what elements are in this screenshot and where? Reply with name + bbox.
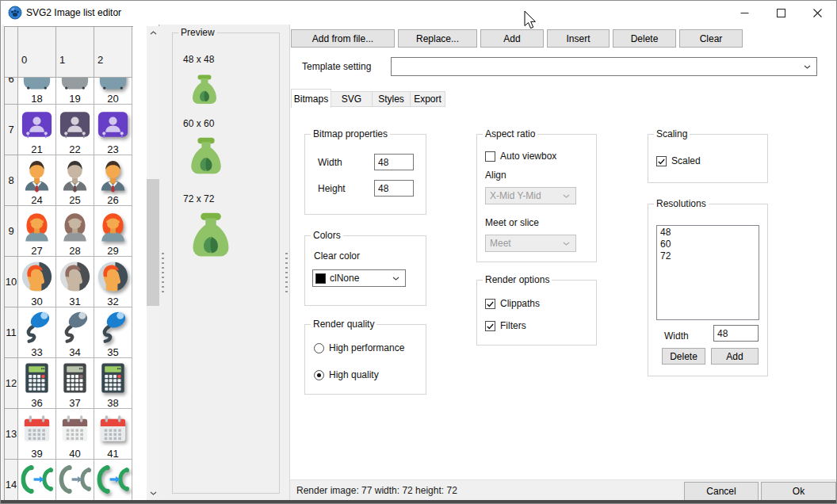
profile-head-icon: [94, 258, 132, 296]
image-cell[interactable]: 38: [94, 358, 132, 409]
image-index-label: 25: [56, 194, 94, 206]
image-cell[interactable]: 28: [56, 206, 94, 257]
image-cell[interactable]: 29: [94, 206, 132, 257]
flask-icon: [182, 208, 239, 265]
image-cell[interactable]: 34: [56, 307, 94, 358]
preview-size-label: 48 x 48: [183, 54, 214, 65]
meet-or-slice-combo[interactable]: Meet: [485, 235, 576, 252]
image-cell[interactable]: 36: [18, 358, 56, 409]
resolution-delete-button[interactable]: Delete: [662, 348, 705, 365]
image-cell[interactable]: 37: [56, 358, 94, 409]
scrollbar-thumb[interactable]: [147, 179, 160, 306]
clear-button[interactable]: Clear: [679, 29, 743, 48]
image-index-label: 18: [18, 93, 55, 105]
resolutions-title: Resolutions: [654, 198, 709, 209]
tab-bitmaps[interactable]: Bitmaps: [291, 89, 331, 108]
auto-viewbox-checkbox[interactable]: Auto viewbox: [485, 151, 556, 162]
render-option-checkbox[interactable]: Clippaths: [485, 298, 540, 309]
paw-icon: [8, 6, 22, 20]
preview-size-label: 60 x 60: [183, 118, 214, 129]
clear-color-combo[interactable]: clNone: [312, 269, 406, 287]
image-index-label: 32: [94, 296, 132, 307]
microphone-icon: [18, 308, 55, 346]
image-index-label: 26: [94, 194, 132, 206]
flask-icon: [182, 133, 230, 181]
minimize-icon: [740, 9, 749, 17]
tab-svg[interactable]: SVG: [331, 91, 373, 107]
image-cell[interactable]: 35: [94, 307, 132, 358]
resolution-list-item[interactable]: 60: [657, 239, 759, 250]
image-cell[interactable]: 22: [56, 105, 94, 155]
resolution-add-button[interactable]: Add: [711, 348, 759, 365]
image-cell[interactable]: 26: [94, 155, 132, 206]
add-button[interactable]: Add: [480, 29, 544, 48]
radio-label: High performance: [329, 342, 404, 353]
maximize-button[interactable]: [762, 1, 799, 25]
image-cell[interactable]: 23: [94, 105, 132, 155]
close-button[interactable]: [799, 1, 835, 25]
image-cell[interactable]: 32: [94, 257, 132, 307]
image-index-label: 41: [94, 448, 132, 460]
grid-row-header: 11: [5, 307, 18, 358]
replace-button[interactable]: Replace...: [398, 29, 477, 48]
render-quality-option[interactable]: High quality: [314, 369, 379, 380]
colors-group: Colors Clear color clNone: [304, 235, 426, 306]
resolution-list-item[interactable]: 72: [657, 250, 759, 262]
bitmap-height-label: Height: [318, 183, 346, 194]
image-cell[interactable]: 44: [94, 460, 132, 500]
image-cell[interactable]: 40: [56, 409, 94, 460]
add-from-file-button[interactable]: Add from file...: [291, 29, 395, 48]
call-forward-icon: [18, 460, 55, 498]
woman-avatar-icon: [94, 207, 132, 245]
grid-row-label: 14: [5, 479, 17, 491]
grid-row-label: 9: [5, 225, 17, 237]
image-cell[interactable]: 31: [56, 257, 94, 307]
delete-button[interactable]: Delete: [613, 29, 676, 48]
align-combo[interactable]: X-Mid Y-Mid: [485, 187, 576, 204]
image-grid[interactable]: 6 18 19 207 21 22 238 24 25 269: [4, 26, 133, 500]
render-option-checkbox[interactable]: Filters: [485, 320, 526, 331]
template-setting-combo[interactable]: [391, 57, 817, 76]
render-quality-option[interactable]: High performance: [314, 342, 404, 353]
image-cell[interactable]: 33: [18, 307, 56, 358]
title-bar: SVG2 Image list editor: [1, 1, 836, 25]
bitmap-width-label: Width: [318, 157, 342, 168]
bitmap-width-input[interactable]: [374, 154, 414, 170]
splitter-list-preview[interactable]: [159, 25, 166, 501]
profile-head-icon: [18, 258, 55, 296]
splitter-preview-main[interactable]: [283, 25, 290, 501]
grid-row-header: 10: [5, 257, 18, 307]
image-cell[interactable]: 27: [18, 206, 56, 257]
ok-button[interactable]: Ok: [761, 482, 836, 501]
image-cell[interactable]: 25: [56, 155, 94, 206]
scrollbar-down-button[interactable]: [147, 487, 160, 500]
image-cell[interactable]: 43: [56, 460, 94, 500]
image-index-label: 33: [18, 346, 55, 358]
image-cell[interactable]: 39: [18, 409, 56, 460]
image-list-scrollbar[interactable]: [147, 26, 160, 500]
id-badge-icon: [56, 105, 94, 143]
image-cell[interactable]: 21: [18, 105, 56, 155]
resolution-list-item[interactable]: 48: [657, 227, 759, 239]
app-window: SVG2 Image list editor 6 18 19 207 21 22…: [0, 0, 837, 504]
resolution-width-label: Width: [664, 330, 689, 342]
resolution-width-input[interactable]: [713, 325, 759, 342]
image-cell[interactable]: 42: [18, 460, 56, 500]
maximize-icon: [777, 9, 785, 17]
main-panel: Add from file...Replace...AddInsertDelet…: [290, 25, 837, 501]
image-cell[interactable]: 41: [94, 409, 132, 460]
tab-export[interactable]: Export: [410, 91, 445, 107]
radio-icon: [314, 370, 324, 380]
tab-styles[interactable]: Styles: [372, 91, 411, 107]
cancel-button[interactable]: Cancel: [684, 482, 759, 501]
image-cell[interactable]: 24: [18, 155, 56, 206]
calculator-icon: [18, 359, 55, 397]
scaled-checkbox[interactable]: Scaled: [656, 155, 701, 166]
minimize-button[interactable]: [726, 1, 762, 25]
image-index-label: 34: [56, 346, 94, 358]
resolutions-listbox[interactable]: 486072: [656, 225, 759, 320]
insert-button[interactable]: Insert: [547, 29, 610, 48]
scrollbar-up-button[interactable]: [147, 26, 160, 40]
bitmap-height-input[interactable]: [374, 180, 414, 197]
image-cell[interactable]: 30: [18, 257, 56, 307]
